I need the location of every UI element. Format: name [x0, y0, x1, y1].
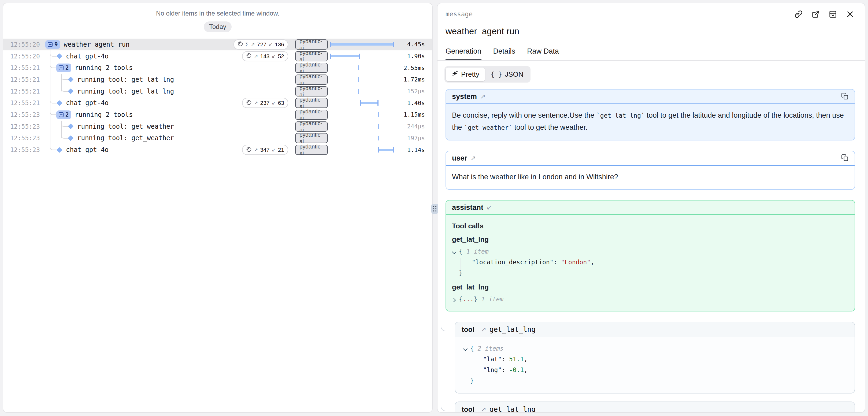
collapse-toggle[interactable]: 2	[56, 110, 71, 119]
trace-row[interactable]: 12:55:20chat gpt-4o↗143↙52pydantic-ai1.9…	[3, 51, 432, 62]
span-diamond-icon	[68, 77, 73, 82]
tree-connector-elbow	[61, 132, 68, 138]
tree-connector-elbow	[61, 86, 68, 92]
role-label: system	[452, 93, 477, 101]
tree-guide-line	[472, 355, 472, 380]
json-tree-line: }	[452, 267, 849, 278]
message-panel-header: assistant↙	[446, 200, 855, 215]
token-coin-icon	[246, 100, 252, 106]
collapse-minus-icon	[59, 65, 64, 70]
role-direction-arrow-icon: ↙	[487, 204, 492, 211]
trace-row[interactable]: 12:55:209weather_agent runΣ↗727↙136pydan…	[3, 39, 432, 51]
span-diamond-icon	[57, 147, 62, 153]
message-text: What is the weather like in London and i…	[452, 171, 849, 183]
json-toggle-button[interactable]: { } JSON	[485, 68, 529, 81]
message-panel-assistant: assistant↙Tool callsget_lat_lng{ 1 item"…	[445, 200, 855, 312]
span-name: running 2 tools	[75, 64, 133, 71]
json-token-punct: :	[501, 366, 509, 373]
copy-button[interactable]	[841, 154, 849, 162]
link-icon[interactable]	[795, 10, 803, 18]
copy-button[interactable]	[841, 93, 849, 101]
json-token-key: "lng"	[483, 366, 501, 373]
scope-badge[interactable]: pydantic-ai	[295, 133, 328, 143]
input-tokens-arrow-icon: ↗	[251, 41, 255, 47]
span-name: running 2 tools	[75, 111, 133, 119]
trace-row[interactable]: 12:55:23chat gpt-4o↗347↙21pydantic-ai1.1…	[3, 144, 432, 156]
pretty-toggle-button[interactable]: Pretty	[446, 68, 485, 81]
duration-bar	[361, 102, 378, 104]
today-button[interactable]: Today	[204, 22, 231, 32]
close-icon[interactable]	[846, 10, 854, 18]
json-tree-line: { 1 item	[452, 246, 849, 257]
scope-slot: pydantic-ai	[295, 86, 328, 96]
collapse-toggle[interactable]: 2	[56, 64, 71, 72]
trace-timestamp: 12:55:21	[3, 99, 41, 106]
scope-badge[interactable]: pydantic-ai	[295, 86, 328, 96]
collapse-toggle[interactable]: 9	[45, 40, 60, 49]
scope-badge[interactable]: pydantic-ai	[295, 63, 328, 73]
duration-label: 197µs	[401, 135, 425, 141]
json-tree-line: { 2 items	[463, 343, 846, 354]
json-tree: { 1 item"location_description": "London"…	[452, 246, 849, 278]
detail-tabs: GenerationDetailsRaw Data	[445, 47, 865, 60]
tree-connector-elbow	[61, 121, 68, 127]
scope-badge[interactable]: pydantic-ai	[295, 109, 328, 120]
duration-bar-track	[331, 100, 395, 106]
scope-slot: pydantic-ai	[295, 51, 328, 61]
scope-badge[interactable]: pydantic-ai	[295, 121, 328, 132]
panel-resize-handle[interactable]	[431, 204, 438, 214]
scope-badge[interactable]: pydantic-ai	[295, 51, 328, 61]
duration-bar	[358, 65, 359, 70]
duration-label: 1.72ms	[401, 76, 425, 83]
tab-raw-data[interactable]: Raw Data	[527, 47, 559, 60]
token-usage-badge: ↗143↙52	[242, 51, 288, 61]
dock-bottom-icon[interactable]	[829, 10, 837, 18]
child-count: 2	[65, 65, 69, 71]
trace-timestamp: 12:55:23	[3, 146, 41, 153]
message-body: What is the weather like in London and i…	[446, 166, 855, 189]
tool-thread-connector	[441, 394, 447, 411]
trace-row[interactable]: 12:55:21chat gpt-4o↗237↙63pydantic-ai1.4…	[3, 97, 432, 109]
tree-guide-line	[461, 258, 461, 272]
span-diamond-icon	[68, 124, 73, 129]
duration-bar	[378, 112, 379, 117]
duration-label: 1.90s	[401, 53, 425, 60]
trace-row[interactable]: 12:55:212running 2 toolspydantic-ai2.55m…	[3, 62, 432, 74]
open-in-new-icon[interactable]	[812, 10, 820, 18]
duration-bar-track	[331, 76, 395, 83]
span-name: running tool: get_weather	[77, 123, 174, 130]
tree-caret-down-icon[interactable]	[463, 343, 470, 354]
span-name: chat gpt-4o	[66, 146, 108, 154]
tool-return-body: { 2 items"lat": 51.1,"lng": -0.1,}	[455, 337, 855, 393]
json-token-punct: ,	[524, 356, 528, 363]
trace-row[interactable]: 12:55:232running 2 toolspydantic-ai1.15m…	[3, 109, 432, 121]
tool-direction-arrow-icon: ↗	[481, 406, 486, 413]
json-token-brace: {	[470, 345, 478, 352]
tool-label: tool	[462, 405, 474, 413]
trace-timestamp: 12:55:23	[3, 123, 41, 130]
scope-slot: pydantic-ai	[295, 121, 328, 132]
tool-calls-heading: Tool calls	[452, 221, 849, 230]
message-body: Be concise, reply with one sentence.Use …	[446, 104, 855, 140]
scope-slot: pydantic-ai	[295, 63, 328, 73]
tool-name: get_lat_lng	[490, 325, 536, 333]
scope-badge[interactable]: pydantic-ai	[295, 145, 328, 155]
child-count: 9	[54, 41, 58, 48]
duration-label: 1.14s	[401, 147, 425, 153]
duration-bar-track	[331, 123, 395, 130]
tree-caret-down-icon[interactable]	[452, 246, 459, 257]
scope-badge[interactable]: pydantic-ai	[295, 74, 328, 85]
token-usage-badge: Σ↗727↙136	[234, 39, 288, 50]
message-panel-header: system↗	[446, 90, 855, 104]
tab-details[interactable]: Details	[493, 47, 516, 60]
tab-generation[interactable]: Generation	[445, 47, 482, 60]
scope-badge[interactable]: pydantic-ai	[295, 39, 328, 50]
tree-node-icon: 2	[56, 110, 71, 119]
token-slot: ↗347↙21	[235, 145, 288, 155]
token-coin-icon	[246, 147, 252, 153]
scope-badge[interactable]: pydantic-ai	[295, 98, 328, 108]
scope-slot: pydantic-ai	[295, 74, 328, 85]
span-name: running tool: get_lat_lng	[77, 76, 174, 83]
tree-caret-right-icon[interactable]	[452, 294, 459, 305]
trace-timestamp: 12:55:20	[3, 41, 41, 48]
